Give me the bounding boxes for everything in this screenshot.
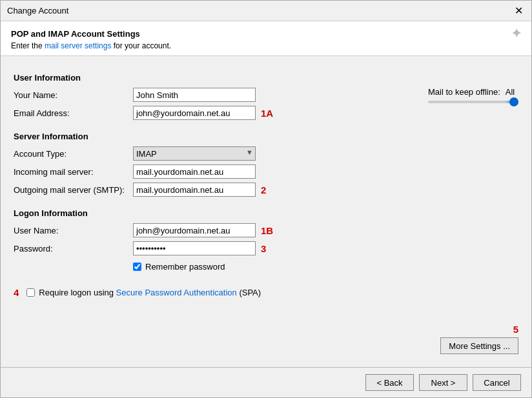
outgoing-mail-input[interactable]	[133, 183, 256, 197]
password-input[interactable]	[133, 241, 256, 255]
content-area: User Information Your Name: Email Addres…	[1, 56, 531, 367]
spa-row: 4 Require logon using Secure Password Au…	[14, 287, 518, 298]
spa-checkbox[interactable]	[26, 288, 35, 297]
next-button[interactable]: Next >	[419, 374, 467, 391]
mail-offline-value: All	[506, 87, 515, 97]
server-info-section-title: Server Information	[14, 132, 518, 141]
incoming-mail-row: Incoming mail server:	[14, 164, 518, 179]
your-name-label: Your Name:	[14, 90, 133, 100]
spa-label: Require logon using Secure Password Auth…	[39, 288, 261, 297]
header-section: POP and IMAP Account Settings Enter the …	[1, 21, 531, 56]
annotation-5: 5	[513, 324, 518, 335]
dialog-title: Change Account	[7, 6, 68, 15]
annotation-4: 4	[14, 287, 19, 298]
mail-offline-label: Mail to keep offline:	[428, 87, 500, 97]
back-button[interactable]: < Back	[365, 374, 414, 391]
logon-username-input[interactable]	[133, 223, 256, 237]
wizard-icon: ✦	[511, 25, 522, 42]
mail-server-settings-link[interactable]: mail server settings	[45, 41, 111, 50]
remember-password-checkbox-row: Remember password	[133, 262, 225, 272]
account-type-select[interactable]: IMAP POP3	[133, 146, 256, 161]
spa-link[interactable]: Secure Password Authentication	[116, 288, 237, 297]
more-settings-button[interactable]: More Settings ...	[440, 337, 518, 354]
password-row: Password: 3	[14, 241, 518, 255]
annotation-1a-email: 1A	[261, 108, 273, 119]
logon-username-row: User Name: 1B	[14, 223, 518, 237]
account-type-select-wrapper: IMAP POP3 ▼	[133, 146, 256, 161]
cancel-button[interactable]: Cancel	[473, 374, 521, 391]
mail-offline-row: Mail to keep offline: All	[428, 87, 515, 97]
close-button[interactable]: ✕	[512, 5, 525, 17]
mail-offline-slider[interactable]	[428, 101, 518, 103]
title-bar: Change Account ✕	[1, 1, 531, 21]
user-info-section-title: User Information	[14, 73, 518, 83]
logon-username-label: User Name:	[14, 226, 133, 235]
account-type-label: Account Type:	[14, 149, 133, 159]
annotation-2: 2	[261, 184, 266, 195]
remember-password-label: Remember password	[145, 262, 225, 272]
remember-password-row: Remember password	[133, 259, 518, 274]
remember-password-checkbox[interactable]	[133, 263, 141, 271]
email-address-input[interactable]	[133, 106, 256, 120]
email-address-label: Email Address:	[14, 108, 133, 118]
header-title: POP and IMAP Account Settings	[11, 29, 521, 39]
logon-info-section-title: Logon Information	[14, 208, 518, 218]
email-address-row: Email Address: 1A	[14, 106, 518, 120]
dialog: Change Account ✕ POP and IMAP Account Se…	[0, 0, 532, 398]
your-name-input[interactable]	[133, 88, 256, 102]
slider-dot	[509, 97, 518, 106]
footer: < Back Next > Cancel	[1, 367, 531, 397]
account-type-row: Account Type: IMAP POP3 ▼	[14, 146, 518, 161]
incoming-mail-input[interactable]	[133, 164, 256, 179]
annotation-1b: 1B	[261, 225, 273, 236]
more-settings-area: 5 More Settings ...	[440, 324, 518, 354]
password-label: Password:	[14, 244, 133, 254]
outgoing-mail-label: Outgoing mail server (SMTP):	[14, 185, 133, 195]
incoming-mail-label: Incoming mail server:	[14, 167, 133, 177]
mail-offline-panel: Mail to keep offline: All	[428, 87, 518, 103]
outgoing-mail-row: Outgoing mail server (SMTP): 2	[14, 183, 518, 197]
annotation-3: 3	[261, 243, 266, 254]
header-subtitle: Enter the mail server settings for your …	[11, 41, 521, 50]
